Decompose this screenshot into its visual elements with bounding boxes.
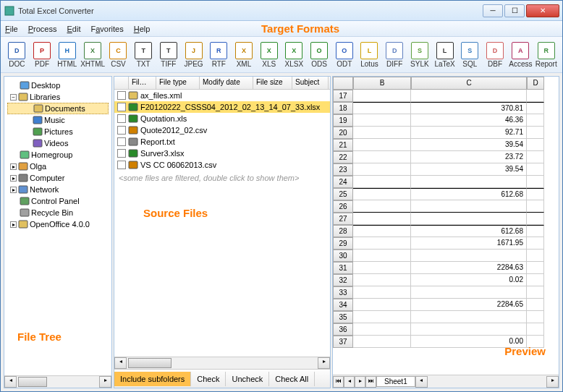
format-tiff-button[interactable]: TTIFF [157,39,181,71]
grid-cell[interactable]: 39.54 [411,163,527,176]
grid-row-header[interactable]: 35 [333,311,353,323]
grid-cell[interactable]: 39.54 [411,139,527,151]
grid-cell[interactable] [411,200,527,213]
grid-cell[interactable]: 0.02 [411,274,527,286]
format-ods-button[interactable]: OODS [308,39,331,71]
file-column-header[interactable]: File type [156,77,200,89]
format-doc-button[interactable]: DDOC [5,39,29,71]
format-lotus-button[interactable]: LLotus [357,39,381,71]
file-column-header[interactable]: Fil… [129,77,156,89]
sheet-first-icon[interactable]: ⏮ [333,376,344,388]
file-checkbox[interactable] [117,91,126,100]
grid-cell[interactable] [353,114,411,127]
grid-cell[interactable] [527,225,544,237]
file-checkbox[interactable] [117,137,126,146]
file-row[interactable]: ax_files.xml [114,90,330,101]
grid-row-header[interactable]: 29 [333,237,353,250]
tree-scrollbar[interactable]: ◂ ▸ [4,375,111,388]
grid-row-header[interactable]: 24 [333,176,353,188]
grid-cell[interactable] [411,250,527,262]
grid-cell[interactable] [353,213,411,225]
grid-cell[interactable] [527,127,544,139]
grid-row[interactable]: 2223.72 [333,151,559,163]
scroll-left-icon[interactable]: ◂ [114,357,127,369]
expander-icon[interactable]: ▸ [10,187,17,193]
grid-cell[interactable] [527,274,544,286]
grid-cell[interactable]: 0.00 [411,336,527,348]
format-diff-button[interactable]: DDIFF [383,39,407,71]
grid-row[interactable]: 291671.95 [333,237,559,250]
grid-cell[interactable] [527,188,544,200]
grid-cell[interactable] [527,311,544,323]
file-checkbox[interactable] [117,126,126,135]
grid-cell[interactable] [353,188,411,200]
scroll-thumb[interactable] [128,358,172,368]
maximize-button[interactable]: ☐ [504,4,525,17]
format-html-button[interactable]: HHTML [55,39,79,71]
grid-row-header[interactable]: 21 [333,139,353,151]
tree-item-computer[interactable]: ▸Computer [7,172,109,184]
grid-cell[interactable]: 46.36 [411,114,527,127]
grid-row-header[interactable]: 25 [333,188,353,200]
tree-item-desktop[interactable]: Desktop [7,80,109,91]
menu-file[interactable]: File [5,25,18,33]
grid-col-header[interactable]: C [411,77,527,90]
file-row[interactable]: F20120222_CSSS04_2012_02_13_14_07_33.xls… [114,101,330,113]
file-checkbox[interactable] [117,149,126,158]
grid-cell[interactable] [353,274,411,286]
file-row[interactable]: Quote2012_02.csv [114,124,330,136]
grid-cell[interactable] [527,323,544,336]
tree-item-olga[interactable]: ▸Olga [7,161,109,172]
grid-row-header[interactable]: 19 [333,114,353,127]
format-xhtml-button[interactable]: XXHTML [80,39,105,71]
sheet-tab[interactable]: Sheet1 [376,376,415,387]
format-xlsx-button[interactable]: XXLSX [282,39,306,71]
format-xls-button[interactable]: XXLS [257,39,281,71]
grid-row-header[interactable]: 26 [333,200,353,213]
grid-row[interactable]: 320.02 [333,274,559,286]
format-odt-button[interactable]: OODT [332,39,356,71]
grid-row[interactable]: 2139.54 [333,139,559,151]
file-row[interactable]: Quotation.xls [114,113,330,124]
grid-cell[interactable]: 612.68 [411,188,527,200]
format-txt-button[interactable]: TTXT [132,39,156,71]
filtered-message[interactable]: <some files are filtered, double click t… [114,171,330,185]
grid-row-header[interactable]: 33 [333,286,353,299]
grid-row[interactable]: 2339.54 [333,163,559,176]
grid-cell[interactable] [353,311,411,323]
expander-icon[interactable]: ▸ [10,175,17,182]
grid-row[interactable]: 36 [333,323,559,336]
file-column-header[interactable]: File size [253,77,292,89]
grid-cell[interactable] [353,102,411,114]
tree-item-pictures[interactable]: Pictures [7,126,109,137]
tree-item-control-panel[interactable]: Control Panel [7,195,109,207]
file-row[interactable]: Surver3.xlsx [114,148,330,159]
grid-row-header[interactable]: 22 [333,151,353,163]
grid-row[interactable]: 33 [333,286,559,299]
file-column-header[interactable] [114,77,129,89]
check-button[interactable]: Check [191,372,226,386]
grid-row-header[interactable]: 23 [333,163,353,176]
grid-row[interactable]: 312284.63 [333,262,559,274]
grid-row[interactable]: 26 [333,200,559,213]
grid-cell[interactable] [353,323,411,336]
grid-row[interactable]: 370.00 [333,336,559,348]
grid-row[interactable]: 35 [333,311,559,323]
grid-col-header[interactable]: B [353,77,411,90]
uncheck-button[interactable]: Uncheck [226,372,269,386]
file-row[interactable]: VS CC 06062013.csv [114,159,330,171]
scroll-left-icon[interactable]: ◂ [415,376,428,388]
expander-icon[interactable]: ▸ [10,163,17,170]
file-list-header[interactable]: Fil…File typeModify dateFile sizeSubject [114,77,330,90]
grid-row[interactable]: 28612.68 [333,225,559,237]
file-list[interactable]: ax_files.xmlF20120222_CSSS04_2012_02_13_… [114,90,330,357]
expander-icon[interactable]: − [10,94,17,101]
grid-cell[interactable] [353,262,411,274]
grid-cell[interactable] [527,90,544,102]
file-checkbox[interactable] [117,114,126,123]
file-checkbox[interactable] [117,161,126,169]
grid-cell[interactable]: 2284.63 [411,262,527,274]
grid-col-header[interactable] [333,77,353,90]
sheet-last-icon[interactable]: ⏭ [365,376,376,388]
grid-cell[interactable] [411,213,527,225]
